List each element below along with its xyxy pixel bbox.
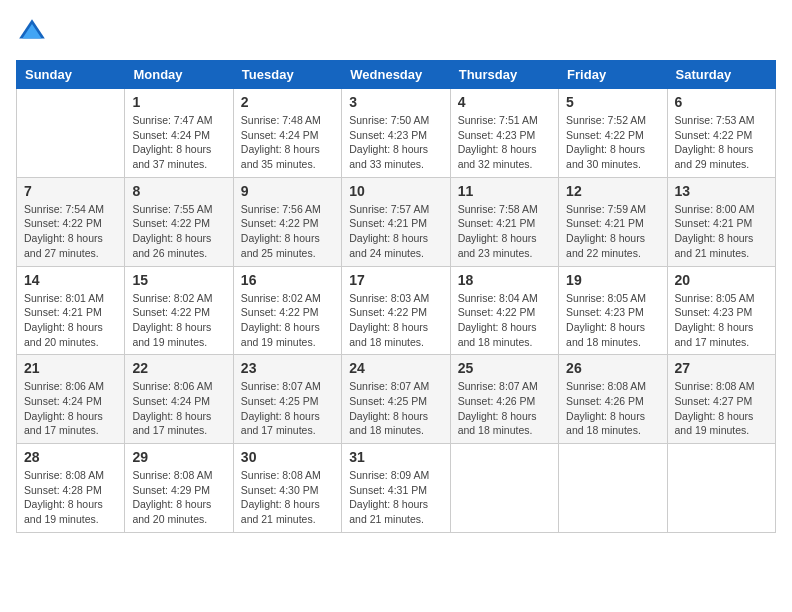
- day-number: 26: [566, 360, 659, 376]
- calendar-cell: 31Sunrise: 8:09 AM Sunset: 4:31 PM Dayli…: [342, 444, 450, 533]
- calendar-cell: 10Sunrise: 7:57 AM Sunset: 4:21 PM Dayli…: [342, 177, 450, 266]
- day-info: Sunrise: 8:03 AM Sunset: 4:22 PM Dayligh…: [349, 291, 442, 350]
- calendar-cell: [17, 89, 125, 178]
- day-info: Sunrise: 7:48 AM Sunset: 4:24 PM Dayligh…: [241, 113, 334, 172]
- calendar-cell: 25Sunrise: 8:07 AM Sunset: 4:26 PM Dayli…: [450, 355, 558, 444]
- calendar-cell: 4Sunrise: 7:51 AM Sunset: 4:23 PM Daylig…: [450, 89, 558, 178]
- day-info: Sunrise: 7:59 AM Sunset: 4:21 PM Dayligh…: [566, 202, 659, 261]
- calendar-week-1: 1Sunrise: 7:47 AM Sunset: 4:24 PM Daylig…: [17, 89, 776, 178]
- day-number: 17: [349, 272, 442, 288]
- day-number: 19: [566, 272, 659, 288]
- day-info: Sunrise: 8:09 AM Sunset: 4:31 PM Dayligh…: [349, 468, 442, 527]
- day-number: 22: [132, 360, 225, 376]
- logo-icon: [16, 16, 48, 48]
- calendar-cell: 9Sunrise: 7:56 AM Sunset: 4:22 PM Daylig…: [233, 177, 341, 266]
- day-number: 28: [24, 449, 117, 465]
- calendar-cell: 15Sunrise: 8:02 AM Sunset: 4:22 PM Dayli…: [125, 266, 233, 355]
- day-info: Sunrise: 7:57 AM Sunset: 4:21 PM Dayligh…: [349, 202, 442, 261]
- day-number: 6: [675, 94, 768, 110]
- day-number: 5: [566, 94, 659, 110]
- weekday-header-wednesday: Wednesday: [342, 61, 450, 89]
- weekday-header-tuesday: Tuesday: [233, 61, 341, 89]
- day-number: 1: [132, 94, 225, 110]
- calendar-cell: 26Sunrise: 8:08 AM Sunset: 4:26 PM Dayli…: [559, 355, 667, 444]
- calendar-cell: [450, 444, 558, 533]
- calendar-cell: 17Sunrise: 8:03 AM Sunset: 4:22 PM Dayli…: [342, 266, 450, 355]
- calendar-cell: [559, 444, 667, 533]
- day-info: Sunrise: 8:05 AM Sunset: 4:23 PM Dayligh…: [566, 291, 659, 350]
- day-number: 18: [458, 272, 551, 288]
- calendar-cell: 29Sunrise: 8:08 AM Sunset: 4:29 PM Dayli…: [125, 444, 233, 533]
- day-info: Sunrise: 8:07 AM Sunset: 4:25 PM Dayligh…: [349, 379, 442, 438]
- day-info: Sunrise: 7:47 AM Sunset: 4:24 PM Dayligh…: [132, 113, 225, 172]
- calendar-cell: 18Sunrise: 8:04 AM Sunset: 4:22 PM Dayli…: [450, 266, 558, 355]
- calendar-cell: 6Sunrise: 7:53 AM Sunset: 4:22 PM Daylig…: [667, 89, 775, 178]
- day-number: 4: [458, 94, 551, 110]
- day-number: 9: [241, 183, 334, 199]
- calendar-cell: 23Sunrise: 8:07 AM Sunset: 4:25 PM Dayli…: [233, 355, 341, 444]
- day-number: 31: [349, 449, 442, 465]
- calendar-cell: 2Sunrise: 7:48 AM Sunset: 4:24 PM Daylig…: [233, 89, 341, 178]
- calendar-cell: 24Sunrise: 8:07 AM Sunset: 4:25 PM Dayli…: [342, 355, 450, 444]
- calendar-cell: 14Sunrise: 8:01 AM Sunset: 4:21 PM Dayli…: [17, 266, 125, 355]
- day-info: Sunrise: 7:56 AM Sunset: 4:22 PM Dayligh…: [241, 202, 334, 261]
- calendar-week-4: 21Sunrise: 8:06 AM Sunset: 4:24 PM Dayli…: [17, 355, 776, 444]
- calendar-cell: 3Sunrise: 7:50 AM Sunset: 4:23 PM Daylig…: [342, 89, 450, 178]
- day-number: 16: [241, 272, 334, 288]
- calendar-cell: 13Sunrise: 8:00 AM Sunset: 4:21 PM Dayli…: [667, 177, 775, 266]
- weekday-header-thursday: Thursday: [450, 61, 558, 89]
- day-info: Sunrise: 8:08 AM Sunset: 4:30 PM Dayligh…: [241, 468, 334, 527]
- day-info: Sunrise: 8:00 AM Sunset: 4:21 PM Dayligh…: [675, 202, 768, 261]
- day-number: 7: [24, 183, 117, 199]
- calendar-cell: 16Sunrise: 8:02 AM Sunset: 4:22 PM Dayli…: [233, 266, 341, 355]
- calendar-week-3: 14Sunrise: 8:01 AM Sunset: 4:21 PM Dayli…: [17, 266, 776, 355]
- calendar-cell: 11Sunrise: 7:58 AM Sunset: 4:21 PM Dayli…: [450, 177, 558, 266]
- day-info: Sunrise: 8:04 AM Sunset: 4:22 PM Dayligh…: [458, 291, 551, 350]
- calendar-cell: 7Sunrise: 7:54 AM Sunset: 4:22 PM Daylig…: [17, 177, 125, 266]
- day-info: Sunrise: 7:55 AM Sunset: 4:22 PM Dayligh…: [132, 202, 225, 261]
- calendar-week-5: 28Sunrise: 8:08 AM Sunset: 4:28 PM Dayli…: [17, 444, 776, 533]
- day-number: 27: [675, 360, 768, 376]
- calendar-table: SundayMondayTuesdayWednesdayThursdayFrid…: [16, 60, 776, 533]
- day-info: Sunrise: 8:05 AM Sunset: 4:23 PM Dayligh…: [675, 291, 768, 350]
- day-number: 11: [458, 183, 551, 199]
- day-info: Sunrise: 7:58 AM Sunset: 4:21 PM Dayligh…: [458, 202, 551, 261]
- calendar-cell: [667, 444, 775, 533]
- calendar-cell: 22Sunrise: 8:06 AM Sunset: 4:24 PM Dayli…: [125, 355, 233, 444]
- day-number: 3: [349, 94, 442, 110]
- day-number: 24: [349, 360, 442, 376]
- calendar-cell: 27Sunrise: 8:08 AM Sunset: 4:27 PM Dayli…: [667, 355, 775, 444]
- day-number: 23: [241, 360, 334, 376]
- calendar-cell: 28Sunrise: 8:08 AM Sunset: 4:28 PM Dayli…: [17, 444, 125, 533]
- day-info: Sunrise: 7:53 AM Sunset: 4:22 PM Dayligh…: [675, 113, 768, 172]
- day-info: Sunrise: 8:08 AM Sunset: 4:26 PM Dayligh…: [566, 379, 659, 438]
- day-info: Sunrise: 7:52 AM Sunset: 4:22 PM Dayligh…: [566, 113, 659, 172]
- day-number: 10: [349, 183, 442, 199]
- day-number: 30: [241, 449, 334, 465]
- calendar-cell: 8Sunrise: 7:55 AM Sunset: 4:22 PM Daylig…: [125, 177, 233, 266]
- day-number: 15: [132, 272, 225, 288]
- day-info: Sunrise: 8:08 AM Sunset: 4:27 PM Dayligh…: [675, 379, 768, 438]
- day-info: Sunrise: 8:06 AM Sunset: 4:24 PM Dayligh…: [24, 379, 117, 438]
- weekday-header-sunday: Sunday: [17, 61, 125, 89]
- day-number: 8: [132, 183, 225, 199]
- day-number: 21: [24, 360, 117, 376]
- weekday-header-friday: Friday: [559, 61, 667, 89]
- weekday-header-saturday: Saturday: [667, 61, 775, 89]
- calendar-cell: 30Sunrise: 8:08 AM Sunset: 4:30 PM Dayli…: [233, 444, 341, 533]
- day-number: 12: [566, 183, 659, 199]
- logo: [16, 16, 52, 48]
- day-number: 14: [24, 272, 117, 288]
- day-info: Sunrise: 8:08 AM Sunset: 4:28 PM Dayligh…: [24, 468, 117, 527]
- calendar-cell: 21Sunrise: 8:06 AM Sunset: 4:24 PM Dayli…: [17, 355, 125, 444]
- calendar-week-2: 7Sunrise: 7:54 AM Sunset: 4:22 PM Daylig…: [17, 177, 776, 266]
- weekday-header-monday: Monday: [125, 61, 233, 89]
- day-info: Sunrise: 7:54 AM Sunset: 4:22 PM Dayligh…: [24, 202, 117, 261]
- calendar-cell: 19Sunrise: 8:05 AM Sunset: 4:23 PM Dayli…: [559, 266, 667, 355]
- day-info: Sunrise: 8:02 AM Sunset: 4:22 PM Dayligh…: [241, 291, 334, 350]
- calendar-cell: 5Sunrise: 7:52 AM Sunset: 4:22 PM Daylig…: [559, 89, 667, 178]
- day-number: 2: [241, 94, 334, 110]
- page-header: [16, 16, 776, 48]
- day-number: 20: [675, 272, 768, 288]
- day-info: Sunrise: 7:51 AM Sunset: 4:23 PM Dayligh…: [458, 113, 551, 172]
